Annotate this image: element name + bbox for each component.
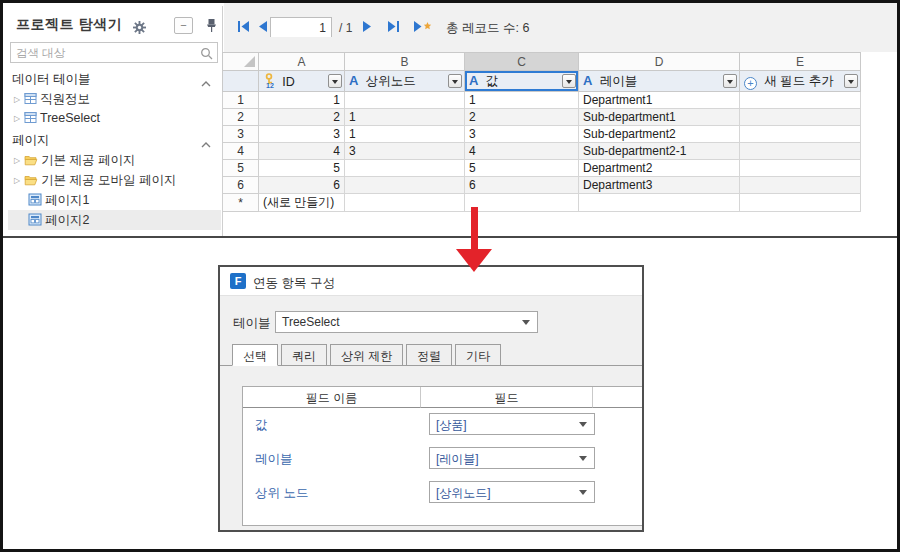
- expand-icon[interactable]: ▷: [14, 95, 24, 104]
- column-letter-e[interactable]: E: [740, 53, 861, 71]
- expand-icon[interactable]: ▷: [14, 176, 24, 185]
- last-record-button[interactable]: [386, 19, 401, 38]
- cell-id[interactable]: 1: [259, 92, 345, 109]
- select-all-corner[interactable]: [223, 53, 259, 71]
- tree-item-page1[interactable]: 페이지1: [8, 190, 221, 210]
- row-header-blank: [223, 71, 259, 92]
- section-data-tables[interactable]: 데이터 테이블: [8, 68, 221, 89]
- tab-parent-limit[interactable]: 상위 제한: [330, 344, 403, 365]
- column-letter-a[interactable]: A: [259, 53, 345, 71]
- row-number[interactable]: 6: [223, 177, 259, 194]
- cell-value[interactable]: [465, 194, 579, 212]
- dialog-tabs: 선택쿼리상위 제한정렬기타: [220, 344, 642, 366]
- tree-item-employee-table[interactable]: ▷직원정보: [8, 89, 221, 109]
- cell-empty[interactable]: [740, 109, 861, 126]
- cell-parent[interactable]: 3: [345, 143, 465, 160]
- cell-parent[interactable]: 1: [345, 109, 465, 126]
- cell-label[interactable]: Sub-department1: [579, 109, 740, 126]
- cell-empty[interactable]: [740, 160, 861, 177]
- tree-item-default-mobile-pages[interactable]: ▷기본 제공 모바일 페이지: [8, 170, 221, 190]
- cell-id[interactable]: 4: [259, 143, 345, 160]
- chevron-up-icon[interactable]: [201, 76, 211, 90]
- row-number[interactable]: 1: [223, 92, 259, 109]
- cell-label[interactable]: Department2: [579, 160, 740, 177]
- first-record-button[interactable]: [236, 19, 251, 38]
- pin-icon[interactable]: [205, 16, 218, 34]
- cell-label[interactable]: Department1: [579, 92, 740, 109]
- value-field-select[interactable]: [상품]: [429, 413, 595, 435]
- cell-label[interactable]: Sub-department2-1: [579, 143, 740, 160]
- tree-item-label: TreeSelect: [40, 111, 100, 125]
- cell-label[interactable]: Department3: [579, 177, 740, 194]
- field-header-parent-node[interactable]: A 상위노드: [345, 71, 465, 92]
- parent-node-field-select[interactable]: [상위노드]: [429, 481, 595, 503]
- tab-select[interactable]: 선택: [232, 344, 278, 366]
- cell-parent[interactable]: [345, 177, 465, 194]
- collapse-panel-button[interactable]: −: [174, 17, 193, 34]
- section-pages[interactable]: 페이지: [8, 129, 221, 150]
- tree-item-default-pages[interactable]: ▷기본 제공 페이지: [8, 150, 221, 170]
- filter-dropdown-button[interactable]: [328, 74, 342, 88]
- row-number[interactable]: 2: [223, 109, 259, 126]
- cell-id[interactable]: 3: [259, 126, 345, 143]
- tab-sort[interactable]: 정렬: [406, 344, 452, 365]
- filter-dropdown-button[interactable]: [844, 74, 858, 88]
- cell-parent[interactable]: [345, 194, 465, 212]
- table-row: 6 6 6 Department3: [223, 177, 861, 194]
- page-number-input[interactable]: [271, 19, 331, 37]
- cell-new-record[interactable]: (새로 만들기): [259, 194, 345, 212]
- cell-value[interactable]: 5: [465, 160, 579, 177]
- cell-empty[interactable]: [740, 143, 861, 160]
- gear-icon[interactable]: [133, 18, 146, 36]
- new-record-button[interactable]: [413, 19, 433, 38]
- cell-id[interactable]: 5: [259, 160, 345, 177]
- row-number[interactable]: 3: [223, 126, 259, 143]
- cell-parent[interactable]: [345, 160, 465, 177]
- cell-label[interactable]: Sub-department2: [579, 126, 740, 143]
- cell-id[interactable]: 6: [259, 177, 345, 194]
- column-letter-c[interactable]: C: [465, 53, 579, 71]
- cell-empty[interactable]: [740, 126, 861, 143]
- tab-query[interactable]: 쿼리: [281, 344, 327, 365]
- dialog-titlebar[interactable]: F 연동 항목 구성: [220, 267, 642, 296]
- page-total-label: / 1: [339, 21, 352, 35]
- cell-value[interactable]: 6: [465, 177, 579, 194]
- tree-item-page2[interactable]: 페이지2: [8, 210, 221, 230]
- column-letter-d[interactable]: D: [579, 53, 740, 71]
- filter-dropdown-button[interactable]: [723, 74, 737, 88]
- text-type-icon: A: [349, 73, 358, 88]
- cell-parent[interactable]: 1: [345, 126, 465, 143]
- cell-id[interactable]: 2: [259, 109, 345, 126]
- filter-dropdown-button[interactable]: [448, 74, 462, 88]
- row-number[interactable]: 4: [223, 143, 259, 160]
- field-header-label[interactable]: A 레이블: [579, 71, 740, 92]
- filter-dropdown-button[interactable]: [562, 74, 576, 88]
- cell-value[interactable]: 3: [465, 126, 579, 143]
- chevron-up-icon[interactable]: [201, 137, 211, 151]
- cell-value[interactable]: 4: [465, 143, 579, 160]
- page-icon: [28, 213, 42, 226]
- cell-empty[interactable]: [740, 177, 861, 194]
- cell-empty[interactable]: [740, 194, 861, 212]
- table-select[interactable]: TreeSelect: [275, 311, 538, 333]
- search-input[interactable]: [16, 44, 196, 61]
- next-record-button[interactable]: [361, 19, 374, 38]
- tab-etc[interactable]: 기타: [455, 344, 501, 365]
- expand-icon[interactable]: ▷: [14, 114, 24, 123]
- cell-label[interactable]: [579, 194, 740, 212]
- cell-value[interactable]: 1: [465, 92, 579, 109]
- row-number[interactable]: 5: [223, 160, 259, 177]
- cell-empty[interactable]: [740, 92, 861, 109]
- expand-icon[interactable]: ▷: [14, 156, 24, 165]
- table-row: 5 5 5 Department2: [223, 160, 861, 177]
- cell-parent[interactable]: [345, 92, 465, 109]
- prev-record-button[interactable]: [256, 19, 269, 38]
- column-letter-b[interactable]: B: [345, 53, 465, 71]
- label-field-select[interactable]: [레이블]: [429, 447, 595, 469]
- row-number[interactable]: *: [223, 194, 259, 212]
- cell-value[interactable]: 2: [465, 109, 579, 126]
- field-header-value[interactable]: A 값: [465, 71, 579, 92]
- field-header-id[interactable]: 12 ID: [259, 71, 345, 92]
- tree-item-treeselect-table[interactable]: ▷TreeSelect: [8, 109, 221, 129]
- field-header-add-field[interactable]: + 새 필드 추가: [740, 71, 861, 92]
